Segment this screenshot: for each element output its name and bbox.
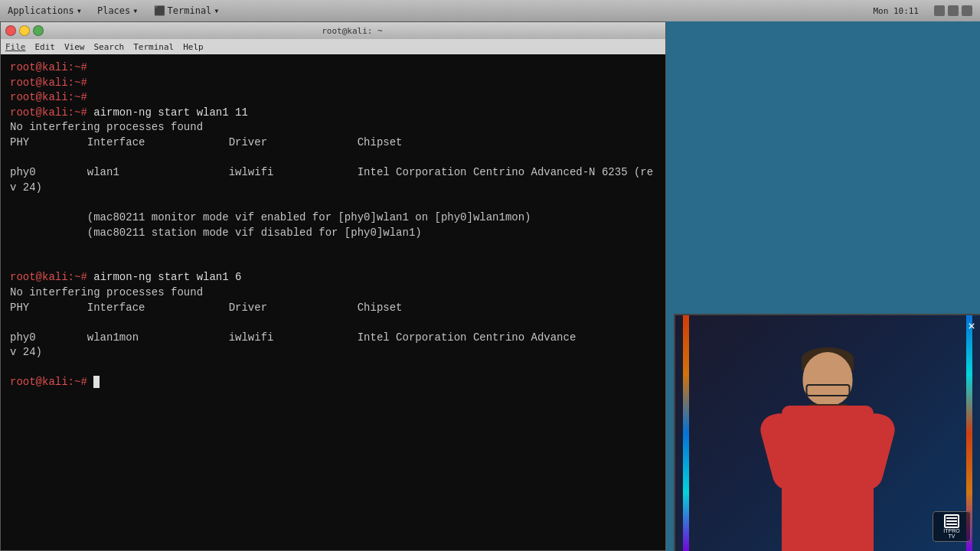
terminal-line-9: v 24)	[10, 181, 656, 196]
terminal-line-1: root@kali:~#	[10, 60, 656, 76]
maximize-button[interactable]	[33, 25, 44, 36]
close-button[interactable]	[5, 25, 16, 36]
terminal-line-3: root@kali:~#	[10, 90, 656, 106]
menu-file[interactable]: File	[5, 42, 26, 52]
minimize-button[interactable]	[19, 25, 30, 36]
logo-screen-line-1	[946, 517, 957, 519]
terminal-line-15: root@kali:~# airmon-ng start wlan1 6	[10, 270, 656, 285]
terminal-line-12: (mac80211 station mode vif disabled for …	[10, 226, 656, 241]
terminal-line-13	[10, 240, 656, 256]
system-tray	[934, 5, 972, 16]
terminal-line-17: PHY Interface Driver Chipset	[10, 301, 656, 316]
chevron-down-icon: ▾	[132, 5, 138, 16]
applications-label: Applications	[8, 5, 74, 16]
person-head	[803, 352, 853, 406]
places-label: Places	[97, 5, 130, 16]
chevron-down-icon: ▾	[77, 5, 82, 16]
led-strip-left	[683, 315, 689, 551]
logo-screen-line-2	[946, 520, 957, 522]
system-time: Mon 10:11	[873, 6, 919, 16]
terminal-icon: ⬛	[154, 5, 165, 16]
taskbar-terminal[interactable]: ⬛ Terminal ▾	[146, 5, 227, 16]
menu-help[interactable]: Help	[183, 42, 204, 52]
terminal-line-21	[10, 360, 656, 376]
logo-text: ITPRO TV	[943, 528, 959, 539]
terminal-line-18	[10, 315, 656, 331]
terminal-cursor	[93, 376, 100, 388]
video-overlay: × ITPRO TV	[674, 314, 980, 551]
terminal-line-6: PHY Interface Driver Chipset	[10, 135, 656, 151]
terminal-line-5: No interfering processes found	[10, 120, 656, 135]
terminal-line-20: v 24)	[10, 345, 656, 360]
tray-icon-1	[934, 5, 945, 16]
window-controls[interactable]	[5, 25, 44, 36]
terminal-line-16: No interfering processes found	[10, 285, 656, 301]
person-body	[782, 406, 874, 551]
taskbar: Applications ▾ Places ▾ ⬛ Terminal ▾ Mon…	[0, 0, 980, 21]
terminal-titlebar: root@kali: ~	[1, 22, 665, 39]
terminal-line-11: (mac80211 monitor mode vif enabled for […	[10, 210, 656, 226]
presenter-person	[736, 337, 920, 551]
logo-line2: TV	[949, 533, 956, 539]
terminal-line-7	[10, 151, 656, 166]
terminal-line-19: phy0 wlan1mon iwlwifi Intel Corporation …	[10, 331, 656, 346]
taskbar-applications[interactable]: Applications ▾	[0, 5, 90, 16]
terminal-line-8: phy0 wlan1 iwlwifi Intel Corporation Cen…	[10, 165, 656, 181]
terminal-line-4: root@kali:~# airmon-ng start wlan1 11	[10, 106, 656, 121]
terminal-label: Terminal	[168, 5, 212, 16]
terminal-line-22: root@kali:~#	[10, 375, 656, 390]
terminal-body[interactable]: root@kali:~# root@kali:~# root@kali:~# r…	[1, 54, 665, 550]
menu-terminal[interactable]: Terminal	[133, 42, 174, 52]
tray-icon-3	[962, 5, 972, 16]
terminal-window: root@kali: ~ File Edit View Search Termi…	[0, 21, 666, 551]
logo-line1: ITPRO	[943, 528, 959, 533]
menu-view[interactable]: View	[64, 42, 85, 52]
logo-screen-line-3	[946, 523, 957, 525]
person-glasses	[805, 384, 850, 396]
menu-edit[interactable]: Edit	[35, 42, 56, 52]
tray-icon-2	[948, 5, 959, 16]
terminal-line-14	[10, 256, 656, 271]
terminal-line-10	[10, 195, 656, 210]
presenter-background: ITPRO TV	[675, 315, 980, 551]
video-close-button[interactable]: ×	[968, 318, 975, 333]
terminal-title: root@kali: ~	[44, 26, 661, 36]
terminal-line-2: root@kali:~#	[10, 76, 656, 91]
chevron-down-icon: ▾	[214, 5, 219, 16]
menu-search[interactable]: Search	[94, 42, 125, 52]
taskbar-places[interactable]: Places ▾	[90, 5, 146, 16]
logo-overlay: ITPRO TV	[933, 511, 971, 542]
logo-icon	[944, 514, 959, 528]
terminal-menubar: File Edit View Search Terminal Help	[1, 39, 665, 54]
